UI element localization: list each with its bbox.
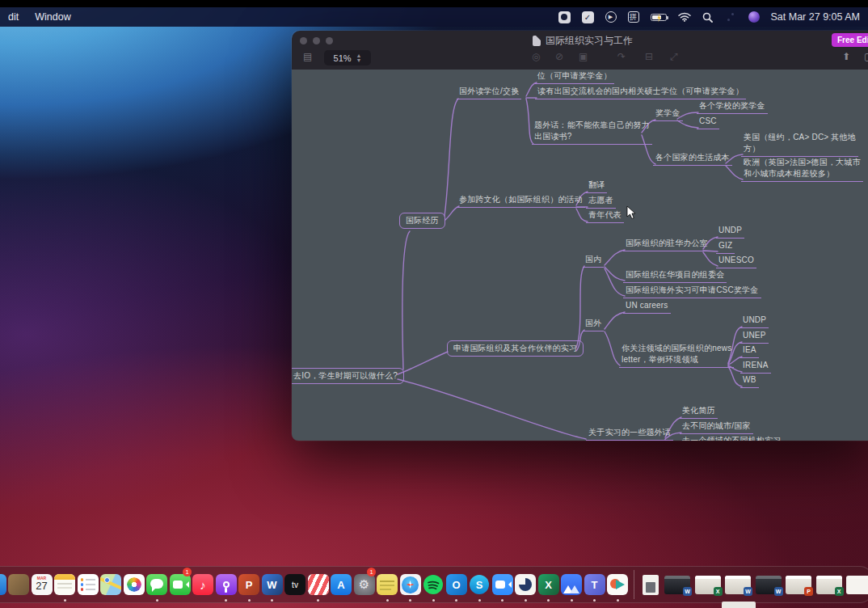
mindmap-node-irena[interactable]: IRENA: [740, 360, 771, 374]
mindmap-node-gexuexiao[interactable]: 各个学校的奖学金: [697, 100, 768, 114]
mindmap-node-butong-jigou[interactable]: 去一个领域的不同机构实习: [680, 435, 783, 441]
dock-thumb-1[interactable]: W: [663, 568, 692, 601]
mindmap-node-tiwaihua[interactable]: 题外话：能不能依靠自己的努力出国读书?: [532, 120, 652, 145]
mindmap-node-jiangxuejin[interactable]: 奖学金: [653, 108, 683, 121]
dock-appletv[interactable]: tv: [284, 568, 306, 601]
dock-excel[interactable]: X: [537, 568, 559, 601]
dock-reminders[interactable]: [77, 568, 99, 601]
dock-appstore[interactable]: A: [331, 568, 352, 601]
mark-done-icon[interactable]: ◎: [532, 51, 540, 62]
fit-screen-icon[interactable]: ⤢: [670, 51, 678, 62]
mindmap-node-unesco[interactable]: UNESCO: [716, 255, 756, 268]
mindmap-node-undp-2[interactable]: UNDP: [740, 315, 769, 328]
dock-zoom[interactable]: [491, 568, 513, 601]
mindmap-node-ouzhou[interactable]: 欧洲（英国>法国>德国，大城市和小城市成本相差较多）: [741, 157, 863, 182]
dock-word[interactable]: W: [261, 568, 283, 601]
dock-skype[interactable]: S: [469, 568, 491, 601]
dock-news[interactable]: [307, 568, 329, 601]
dock-photos[interactable]: [123, 568, 145, 601]
menu-item-window[interactable]: Window: [27, 11, 78, 23]
screen-mirroring-icon[interactable]: [558, 11, 571, 23]
mindmap-node-du-xuewei[interactable]: 位（可申请奖学金）: [535, 70, 614, 84]
mindmap-node-zuweihui[interactable]: 国际组织在华项目的组委会: [623, 269, 727, 283]
mindmap-node-guowai[interactable]: 国外: [583, 318, 604, 331]
menu-bar-clock[interactable]: Sat Mar 27 9:05 AM: [771, 11, 860, 23]
dock-messages[interactable]: [146, 568, 168, 601]
mindmap-node-root[interactable]: 去IO，学生时期可以做什么?: [292, 368, 404, 384]
collapse-node-icon[interactable]: ⊟: [645, 51, 653, 62]
mindmap-node-meihua-jianli[interactable]: 美化简历: [680, 405, 718, 419]
assistant-icon[interactable]: [748, 11, 760, 23]
mindmap-node-un-careers[interactable]: UN careers: [623, 300, 671, 314]
mindmap-node-fanyi[interactable]: 翻译: [586, 179, 607, 193]
mindmap-node-unep[interactable]: UNEP: [740, 330, 769, 344]
mindmap-node-newsletter[interactable]: 你关注领域的国际组织的newsletter，举例环境领域: [619, 343, 734, 368]
dock-thumb-2[interactable]: X: [693, 568, 723, 601]
control-center-icon[interactable]: [724, 12, 737, 22]
mindmap-node-giz[interactable]: GIZ: [716, 240, 735, 254]
mindmap-node-shenqing-shixi[interactable]: 申请国际组织及其合作伙伴的实习: [447, 340, 584, 357]
dock-xmind[interactable]: [607, 568, 629, 601]
minimize-window-button[interactable]: [313, 37, 320, 44]
more-toolbar-icon[interactable]: ▢: [864, 51, 868, 62]
dock-brown-app[interactable]: [8, 568, 30, 601]
mindmap-node-undp-1[interactable]: UNDP: [716, 225, 744, 239]
dock-stickies[interactable]: [377, 568, 398, 601]
dock-thumb-3[interactable]: W: [723, 568, 752, 601]
insert-image-icon[interactable]: ▣: [579, 51, 588, 62]
zoom-window-button[interactable]: [326, 37, 333, 44]
mindmap-node-zhuhua-bangongshi[interactable]: 国际组织的驻华办公室: [623, 238, 710, 251]
dock-fan-app[interactable]: [515, 568, 537, 601]
dock-thumb-7[interactable]: [845, 568, 868, 601]
mindmap-node-haiwai-csc[interactable]: 国际组织海外实习可申请CSC奖学金: [623, 285, 761, 298]
dock-thumb-4[interactable]: W: [754, 568, 783, 601]
redo-icon[interactable]: ↷: [617, 51, 626, 62]
dock-podcasts[interactable]: [215, 568, 237, 601]
dock-spotify[interactable]: [423, 568, 445, 601]
slash-circle-icon[interactable]: ⊘: [555, 51, 563, 62]
mindmap-node-chengshi-guojia[interactable]: 去不同的城市/国家: [680, 420, 753, 434]
mindmap-node-kuawenhua[interactable]: 参加跨文化（如国际组织）的活动: [457, 194, 585, 208]
mindmap-node-du-guonei[interactable]: 读有出国交流机会的国内相关硕士学位（可申请奖学金）: [535, 86, 746, 99]
dock-facetime[interactable]: 1: [169, 568, 191, 601]
mindmap-node-zhiyuanzhe[interactable]: 志愿者: [586, 195, 616, 209]
mindmap-node-qingnian-daibiao[interactable]: 青年代表: [586, 209, 624, 223]
mindmap-node-guonei[interactable]: 国内: [583, 254, 604, 268]
menu-item-edit-partial[interactable]: dit: [0, 11, 27, 23]
mindmap-node-wb[interactable]: WB: [740, 374, 759, 388]
zoom-level-control[interactable]: 51% ▲▼: [324, 50, 371, 65]
dock-music[interactable]: ♪: [192, 568, 214, 601]
battery-charging-icon[interactable]: [651, 14, 667, 21]
search-icon[interactable]: [702, 12, 713, 23]
dock-safari[interactable]: [399, 568, 421, 601]
dock-finder[interactable]: [0, 568, 6, 601]
dock-sysprefs[interactable]: ⚙1: [353, 568, 375, 601]
mindmap-canvas[interactable]: 去IO，学生时期可以做什么?国际经历国外读学位/交换位（可申请奖学金）读有出国交…: [292, 70, 868, 441]
mindmap-node-shixi-tiwaihua[interactable]: 关于实习的一些题外话: [586, 427, 673, 441]
mindmap-node-csc[interactable]: CSC: [697, 116, 719, 129]
play-icon[interactable]: ▶: [605, 11, 617, 23]
free-edition-badge[interactable]: Free Edito: [832, 33, 868, 47]
mindmap-node-meiguo[interactable]: 美国（纽约，CA> DC> 其他地方）: [741, 132, 858, 157]
zoom-stepper-icon[interactable]: ▲▼: [356, 53, 362, 63]
dock-maps[interactable]: [100, 568, 122, 601]
dock-calendar[interactable]: MAR27: [31, 568, 53, 601]
shortcuts-check-icon[interactable]: ✓: [582, 11, 594, 23]
dock-teams[interactable]: T: [584, 568, 605, 601]
dock-outlook[interactable]: O: [445, 568, 467, 601]
dock-mountains-app[interactable]: [561, 568, 583, 601]
mindmap-node-shenghuo-chengben[interactable]: 各个国家的生活成本: [653, 152, 732, 166]
dock-thumb-6[interactable]: X: [815, 568, 844, 601]
input-method-icon[interactable]: 拼: [628, 11, 639, 23]
mindmap-node-guoji-jingli[interactable]: 国际经历: [399, 213, 445, 229]
mindmap-node-guowai-xuewei[interactable]: 国外读学位/交换: [457, 86, 521, 99]
dock-powerpoint[interactable]: P: [238, 568, 260, 601]
mindmap-node-iea[interactable]: IEA: [740, 344, 759, 358]
dock-doc-file[interactable]: [640, 568, 662, 601]
outline-panel-icon[interactable]: ▤: [303, 51, 312, 62]
wifi-icon[interactable]: [678, 12, 691, 22]
dock-notes[interactable]: [54, 568, 76, 601]
share-icon[interactable]: ⬆: [842, 51, 850, 62]
close-window-button[interactable]: [300, 37, 307, 44]
dock-thumb-5[interactable]: P: [784, 568, 813, 601]
